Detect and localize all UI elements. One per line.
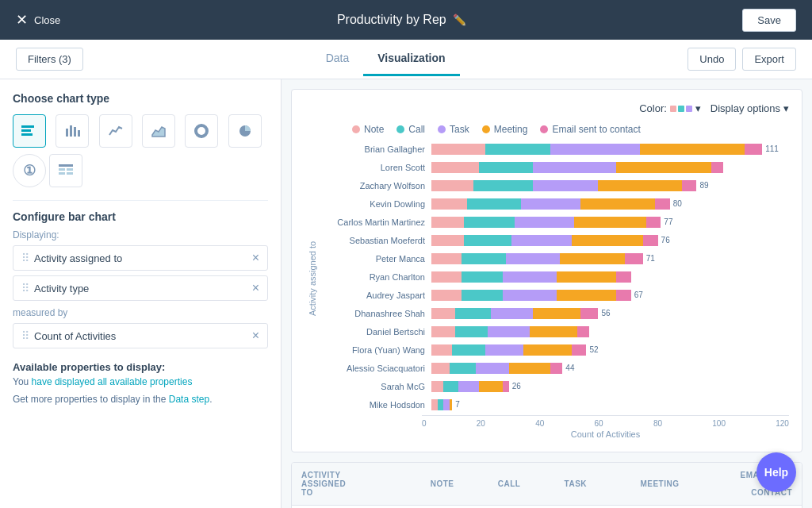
bar-vertical-icon [64,124,80,138]
legend-dot-task [438,125,446,133]
edit-icon[interactable]: ✏️ [453,13,466,26]
chart-legend: Note Call Task Meeting Email sent to con… [304,121,789,141]
results-table: ACTIVITYASSIGNEDTO NOTE CALL TASK MEETIN… [292,463,802,508]
available-desc: You have displayed all available propert… [13,376,268,387]
report-title: Productivity by Rep [337,13,446,27]
bar-value: 26 [512,381,521,392]
svg-rect-6 [78,130,80,137]
chart-type-bar-horizontal[interactable] [13,114,46,148]
pie-chart-icon [237,124,253,138]
svg-marker-7 [152,127,165,137]
bar-track: 67 [431,290,789,301]
available-desc-link[interactable]: have displayed all available properties [32,376,193,387]
cell-task: 27 [530,506,596,509]
displaying-label: Displaying: [13,229,268,241]
toolbar-left: Filters (3) [16,48,83,71]
chart-area: Color: ▾ Display options ▾ Not [291,89,802,452]
bar-value: 7 [455,399,460,410]
bar-segment [431,344,452,356]
legend-label-call: Call [408,124,425,135]
bar-segment [745,144,763,155]
field-tag-activity-assigned[interactable]: ⠿ Activity assigned to × [13,245,268,271]
bar-segment [462,290,504,301]
undo-button[interactable]: Undo [688,48,736,71]
bar-value: 56 [601,308,610,319]
field-label-1: Activity assigned to [34,252,122,264]
bar-segment [572,235,643,246]
field-tag-count[interactable]: ⠿ Count of Activities × [13,323,268,348]
data-step-link[interactable]: Data step [169,394,209,405]
close-label: Close [34,14,60,26]
swatch-task [686,106,692,112]
x-axis-label: Count of Activities [422,429,789,439]
chart-type-line[interactable] [99,114,132,148]
bar-horizontal-icon [21,124,37,138]
tab-visualization[interactable]: Visualization [363,42,459,76]
bar-row: Mike Hodsdon7 [320,397,789,413]
chart-type-donut[interactable] [185,114,218,148]
bar-segment [450,399,453,410]
table-body: Brian Ga... 34 29 27 20 Loren Sc... 10 7… [292,506,802,509]
bar-row: Loren Scott [320,160,789,175]
bar-segment [616,290,631,301]
svg-rect-5 [74,127,76,137]
chart-type-table[interactable] [49,154,82,187]
tab-data[interactable]: Data [312,42,364,76]
bar-segment [450,363,477,374]
svg-rect-15 [67,172,73,175]
remove-field-2[interactable]: × [252,282,259,294]
bar-row: Peter Manca71 [320,251,789,267]
bar-segment [452,344,485,356]
svg-rect-12 [59,168,65,171]
bar-track: 26 [431,381,789,392]
col-header-task: TASK [530,463,596,506]
bar-segment [473,180,533,191]
svg-rect-11 [59,164,73,167]
display-options-button[interactable]: Display options ▾ [710,102,789,114]
bar-chart-inner: Brian Gallagher111Loren ScottZachary Wol… [320,141,789,415]
bar-segment [431,326,455,337]
tab-bar: Data Visualization [312,42,460,76]
get-more-post: . [209,394,212,405]
legend-note: Note [352,124,384,135]
bar-label: Zachary Wolfson [320,181,431,190]
toolbar: Filters (3) Data Visualization Undo Expo… [0,40,812,79]
drag-icon-3: ⠿ [21,329,29,342]
chart-type-number[interactable]: ① [13,154,46,187]
chart-type-pie[interactable] [228,114,262,148]
bar-label: Loren Scott [320,163,431,172]
bar-segment [479,162,533,173]
chart-type-bar-vertical[interactable] [56,114,89,148]
field-tag-activity-type[interactable]: ⠿ Activity type × [13,275,268,301]
bar-track: 52 [431,344,789,356]
bar-segment [550,144,640,155]
bar-segment [598,180,681,191]
bar-label: Sebastian Moeferdt [320,236,431,245]
color-button[interactable]: Color: ▾ [639,102,701,114]
table-header: ACTIVITYASSIGNEDTO NOTE CALL TASK MEETIN… [292,463,802,506]
left-panel: Choose chart type [0,79,282,508]
remove-field-3[interactable]: × [252,329,259,342]
save-button[interactable]: Save [742,9,796,32]
bar-track: 77 [431,217,789,228]
bar-segment [431,399,438,410]
field-label-2: Activity type [34,283,89,294]
field-tag-left-3: ⠿ Count of Activities [21,329,116,342]
main-content: Choose chart type [0,79,812,508]
close-button[interactable]: ✕ Close [16,11,60,29]
bar-row: Sarah McG26 [320,379,789,394]
help-button[interactable]: Help [756,452,796,492]
filters-button[interactable]: Filters (3) [16,48,83,71]
bar-row: Audrey Jaspart67 [320,287,789,303]
chart-type-area[interactable] [142,114,175,148]
bar-segment [464,217,515,228]
export-button[interactable]: Export [742,48,796,71]
chart-type-grid [13,114,268,148]
bar-segment [580,198,655,210]
bar-segment [431,363,450,374]
line-chart-icon [108,124,124,138]
bar-track [431,162,789,173]
remove-field-1[interactable]: × [252,252,259,264]
bar-label: Carlos Martin Martinez [320,217,431,227]
bar-segment [431,290,462,301]
